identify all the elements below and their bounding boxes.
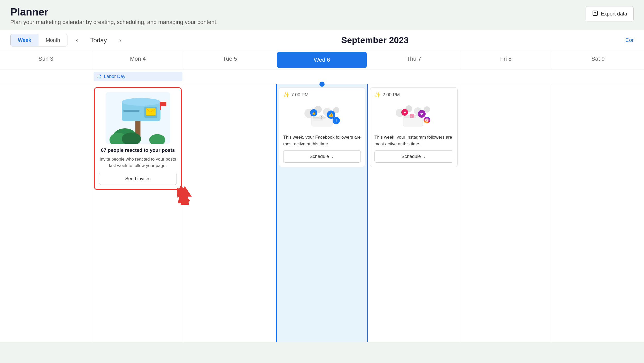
facebook-suggestion-card: ✨ 7:00 PM (279, 87, 365, 167)
calendar: Sun 3 Mon 4 Tue 5 Wed 6 Thu 7 Fri 8 Sat … (0, 51, 644, 342)
day-header-wed6: Wed 6 (277, 52, 367, 68)
export-icon (592, 10, 598, 18)
chevron-down-icon-facebook: ⌄ (331, 154, 334, 159)
day-col-sun3 (0, 84, 92, 342)
today-button[interactable]: Today (86, 35, 111, 46)
facebook-time: ✨ 7:00 PM (283, 92, 361, 98)
svg-marker-19 (178, 186, 192, 205)
instagram-illustration: ❤ (374, 100, 453, 131)
page-subtitle: Plan your marketing calendar by creating… (10, 19, 218, 26)
day-header-fri8: Fri 8 (460, 51, 552, 69)
schedule-label-facebook: Schedule (310, 154, 329, 159)
day-col-tue5 (184, 84, 276, 342)
sun-icon-instagram: ✨ (374, 92, 381, 98)
month-view-button[interactable]: Month (39, 34, 67, 46)
chevron-down-icon-instagram: ⌄ (423, 154, 426, 159)
labor-day-icon: 🏖 (97, 74, 102, 79)
day-headers: Sun 3 Mon 4 Tue 5 Wed 6 Thu 7 Fri 8 Sat … (0, 51, 644, 69)
page-title: Planner (10, 6, 218, 18)
svg-rect-11 (160, 102, 166, 107)
view-toggle: Week Month (10, 34, 67, 46)
facebook-suggestion-text: This week, your Facebook followers are m… (283, 134, 361, 147)
day-col-sat9 (552, 84, 644, 342)
day-col-wed6: ✨ 7:00 PM (276, 84, 368, 342)
today-indicator-dot (319, 82, 325, 87)
reactions-subtext: Invite people who reacted to your posts … (99, 156, 177, 169)
cor-button[interactable]: Cor (625, 37, 634, 43)
send-invites-button[interactable]: Send invites (99, 173, 177, 185)
day-header-sun3: Sun 3 (0, 51, 92, 69)
reactions-headline: 67 people reacted to your posts (99, 147, 177, 154)
svg-text:👍: 👍 (328, 112, 334, 117)
day-col-mon4: 67 people reacted to your posts Invite p… (92, 84, 184, 342)
week-view-button[interactable]: Week (11, 34, 39, 46)
svg-text:👍: 👍 (312, 111, 316, 115)
page-header: Planner Plan your marketing calendar by … (0, 0, 644, 30)
export-button[interactable]: Export data (586, 6, 634, 21)
event-row-mon: 🏖 Labor Day (92, 70, 184, 83)
reactions-card: 67 people reacted to your posts Invite p… (94, 87, 182, 190)
svg-point-43 (424, 117, 430, 123)
export-label: Export data (601, 11, 627, 17)
month-year-title: September 2023 (130, 35, 620, 45)
toolbar: Week Month ‹ Today › September 2023 Cor (0, 30, 644, 51)
labor-day-label: Labor Day (104, 74, 125, 79)
facebook-illustration: 👍 f 👍 💬 (283, 100, 361, 131)
day-header-mon4: Mon 4 (92, 51, 184, 69)
labor-day-badge[interactable]: 🏖 Labor Day (94, 72, 182, 81)
svg-point-5 (122, 98, 160, 106)
prev-button[interactable]: ‹ (73, 35, 81, 46)
svg-rect-12 (123, 110, 140, 112)
instagram-suggestion-text: This week, your Instagram followers are … (374, 134, 453, 147)
day-col-fri8 (460, 84, 552, 342)
facebook-schedule-button[interactable]: Schedule ⌄ (283, 150, 361, 163)
mailbox-illustration (99, 92, 177, 144)
pointer-arrow (173, 184, 196, 207)
day-col-thu7: ✨ 2:00 PM (368, 84, 460, 342)
next-button[interactable]: › (116, 35, 125, 46)
instagram-time: ✨ 2:00 PM (374, 92, 453, 98)
instagram-suggestion-card: ✨ 2:00 PM (370, 87, 458, 167)
header-left: Planner Plan your marketing calendar by … (10, 6, 218, 26)
svg-text:❤: ❤ (403, 111, 406, 114)
day-header-thu7: Thu 7 (368, 51, 460, 69)
sun-icon-facebook: ✨ (283, 92, 290, 98)
calendar-content: 67 people reacted to your posts Invite p… (0, 84, 644, 342)
instagram-schedule-button[interactable]: Schedule ⌄ (374, 150, 453, 163)
svg-point-46 (428, 119, 428, 119)
day-header-sat9: Sat 9 (552, 51, 644, 69)
svg-text:💬: 💬 (320, 116, 323, 119)
schedule-label-instagram: Schedule (401, 154, 421, 159)
svg-text:❤: ❤ (411, 115, 413, 117)
svg-text:❤: ❤ (420, 112, 423, 116)
day-header-tue5: Tue 5 (184, 51, 276, 69)
